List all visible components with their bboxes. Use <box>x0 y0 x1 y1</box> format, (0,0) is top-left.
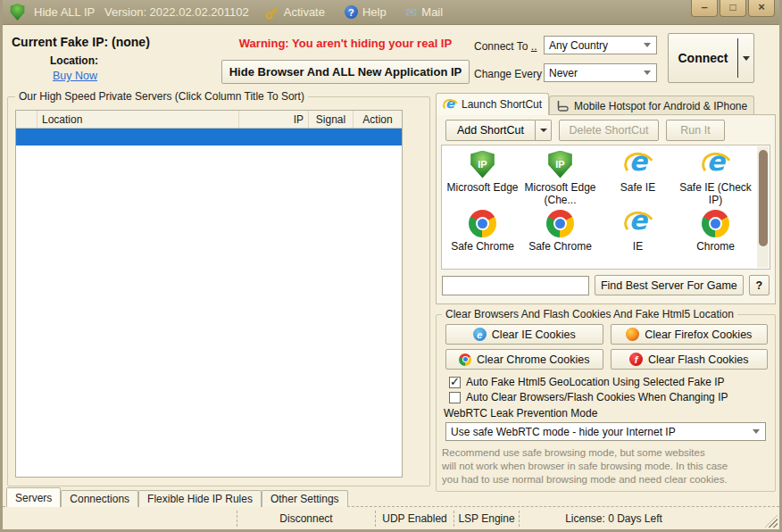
shortcut-label: Safe Chrome <box>528 240 592 253</box>
help-label: Help <box>362 5 387 19</box>
chevron-down-icon <box>644 43 651 47</box>
chrome-icon <box>702 210 729 237</box>
ie-icon: e <box>624 150 653 179</box>
status-udp: UDP Enabled <box>375 511 453 527</box>
shortcut-label: Chrome <box>696 240 735 253</box>
shortcut-item[interactable]: e Safe IE <box>599 149 677 208</box>
browsing-mode-note: Recommend use safe browsing mode, but so… <box>437 441 775 486</box>
connect-button[interactable]: Connect <box>668 33 754 83</box>
shortcut-item[interactable]: e Safe IE (Check IP) <box>677 149 754 208</box>
column-header-blank[interactable] <box>16 111 37 128</box>
clear-chrome-cookies-button[interactable]: Clear Chrome Cookies <box>445 349 603 370</box>
delete-shortcut-button[interactable]: Delete ShortCut <box>559 120 659 141</box>
chrome-icon <box>469 210 496 237</box>
warning-text: Warning: You aren't hiding your real IP <box>215 37 476 50</box>
shortcut-item[interactable]: IP Microsoft Edge <box>444 149 521 208</box>
checkbox-icon[interactable] <box>449 392 461 403</box>
resize-grip[interactable] <box>765 515 778 528</box>
shortcut-item[interactable]: Chrome <box>677 208 754 267</box>
shortcut-item[interactable]: e IE <box>599 208 677 267</box>
button-label: Clear Chrome Cookies <box>477 353 589 366</box>
game-search-input[interactable] <box>442 276 589 295</box>
shortcut-grid: IP Microsoft Edge IP Microsoft Edge (Che… <box>442 145 770 267</box>
app-logo-shield-icon <box>10 4 25 21</box>
shortcut-list: IP Microsoft Edge IP Microsoft Edge (Che… <box>441 145 770 270</box>
shortcut-label: IE <box>633 240 643 253</box>
connect-to-label: Connect To .. <box>474 40 537 53</box>
column-header-action[interactable]: Action <box>354 111 402 128</box>
shortcut-item[interactable]: IP Microsoft Edge (Che... <box>521 149 599 208</box>
bottom-tab-bar: Servers Connections Flexible Hide IP Rul… <box>6 487 348 507</box>
help-menu[interactable]: ? Help <box>345 5 387 19</box>
checkbox-label: Auto Fake Html5 GeoLocation Using Select… <box>466 376 724 388</box>
webrtc-mode-select[interactable]: Use safe WebRTC mode - hide your Interne… <box>445 422 766 441</box>
ip-shield-icon: IP <box>470 151 495 179</box>
connect-dropdown-arrow[interactable] <box>738 56 753 61</box>
launch-shortcut-page: Add ShortCut Delete ShortCut Run It IP M… <box>436 114 776 304</box>
activate-menu[interactable]: Activate <box>265 5 325 20</box>
change-every-select[interactable]: Never <box>544 63 657 82</box>
tab-flexible-hide-ip-rules[interactable]: Flexible Hide IP Rules <box>138 490 262 507</box>
clear-ie-cookies-button[interactable]: e Clear IE Cookies <box>445 324 603 345</box>
location-label: Location: <box>50 54 98 67</box>
mail-label: Mail <box>421 5 443 19</box>
run-it-button[interactable]: Run It <box>666 120 725 141</box>
auto-fake-geolocation-checkbox[interactable]: Auto Fake Html5 GeoLocation Using Select… <box>437 373 775 388</box>
minimize-button[interactable]: – <box>691 0 718 17</box>
checkbox-icon[interactable] <box>449 377 461 388</box>
maximize-button[interactable]: □ <box>720 0 746 17</box>
button-label: Clear Firefox Cookies <box>645 328 752 341</box>
cookie-buttons: e Clear IE Cookies Clear Firefox Cookies… <box>437 315 775 373</box>
find-best-server-button[interactable]: Find Best Server For Game <box>595 275 744 295</box>
webrtc-mode-value: Use safe WebRTC mode - hide your Interne… <box>451 426 676 438</box>
cookies-groupbox: Clear Browsers And Flash Cookies And Fak… <box>436 314 776 492</box>
checkbox-label: Auto Clear Browsers/Flash Cookies When C… <box>466 391 728 403</box>
clear-flash-cookies-button[interactable]: f Clear Flash Cookies <box>611 349 769 370</box>
chevron-down-icon <box>753 429 760 434</box>
column-header-location[interactable]: Location <box>37 111 239 128</box>
tab-launch-shortcut[interactable]: e Launch ShortCut <box>436 93 549 115</box>
add-shortcut-dropdown[interactable] <box>536 120 552 141</box>
ie-icon: e <box>624 209 653 237</box>
buy-now-link[interactable]: Buy Now <box>53 70 97 82</box>
shortcut-label: Safe Chrome <box>451 240 514 253</box>
tab-servers[interactable]: Servers <box>6 487 61 507</box>
tab-label: Launch ShortCut <box>462 98 542 111</box>
tab-label: Mobile Hotspot for Android & IPhone <box>574 100 747 112</box>
mail-menu[interactable]: ✉ Mail <box>406 5 443 19</box>
server-table-header: Location IP Signal Action <box>16 111 402 129</box>
webrtc-mode-label: WebRTC Leak Prevention Mode <box>437 403 775 421</box>
close-button[interactable]: × <box>748 0 775 17</box>
activate-label: Activate <box>284 5 325 19</box>
shortcut-item[interactable]: Safe Chrome <box>444 208 521 267</box>
chrome-icon <box>546 210 574 237</box>
firefox-icon <box>626 328 639 341</box>
flash-icon: f <box>629 353 643 366</box>
tab-mobile-hotspot[interactable]: Mobile Hotspot for Android & IPhone <box>549 96 754 115</box>
chevron-down-icon <box>644 71 651 75</box>
scrollbar-thumb[interactable] <box>759 150 768 246</box>
country-select[interactable]: Any Country <box>544 36 657 54</box>
column-header-ip[interactable]: IP <box>239 111 309 128</box>
find-server-help-button[interactable]: ? <box>749 275 770 295</box>
tab-other-settings[interactable]: Other Settings <box>262 490 348 507</box>
auto-clear-cookies-checkbox[interactable]: Auto Clear Browsers/Flash Cookies When C… <box>437 388 775 403</box>
chevron-down-icon <box>743 56 750 61</box>
tab-connections[interactable]: Connections <box>61 490 138 507</box>
top-panel: Current Fake IP: (none) Location: Buy No… <box>3 25 779 89</box>
selected-server-row[interactable] <box>16 129 402 145</box>
hide-browser-button[interactable]: Hide Browser And ALL New Application IP <box>221 60 470 84</box>
add-shortcut-label: Add ShortCut <box>445 120 536 141</box>
connect-label: Connect <box>669 51 737 65</box>
clear-firefox-cookies-button[interactable]: Clear Firefox Cookies <box>611 324 769 345</box>
add-shortcut-button[interactable]: Add ShortCut <box>445 120 552 141</box>
shortcut-panel: e Launch ShortCut Mobile Hotspot for And… <box>436 93 776 489</box>
status-section-empty <box>3 511 237 527</box>
app-window: Hide ALL IP Version: 2022.02.02.201102 A… <box>0 0 782 532</box>
hotspot-icon <box>556 100 570 112</box>
shortcut-item[interactable]: Safe Chrome <box>521 208 599 267</box>
scrollbar[interactable] <box>757 146 769 268</box>
change-every-label: Change Every <box>474 68 542 80</box>
ip-shield-icon: IP <box>547 151 573 179</box>
column-header-signal[interactable]: Signal <box>309 111 354 128</box>
